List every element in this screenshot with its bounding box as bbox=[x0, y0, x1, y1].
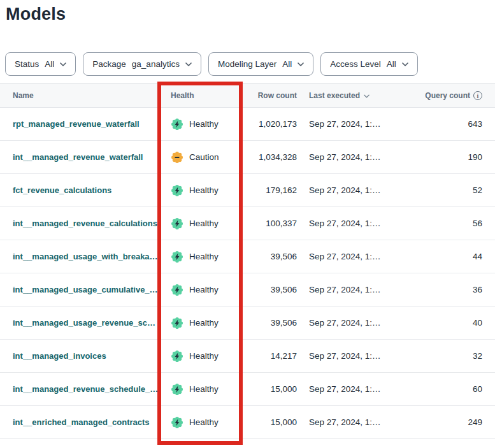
health-status-icon bbox=[171, 250, 183, 263]
last-executed: Sep 27, 2024, 1:… bbox=[297, 285, 399, 294]
last-executed: Sep 27, 2024, 1:… bbox=[297, 318, 399, 328]
filter-label: Package bbox=[92, 59, 126, 69]
health-cell: Healthy bbox=[168, 350, 243, 363]
query-count: 60 bbox=[399, 384, 495, 394]
sort-chevron-icon bbox=[364, 91, 369, 100]
table-row: int__managed_usage_with_breaka… Healthy … bbox=[0, 240, 495, 273]
health-cell: Healthy bbox=[168, 184, 243, 197]
query-count: 40 bbox=[399, 318, 495, 328]
column-header-row-count: Row count bbox=[243, 91, 297, 100]
query-count: 249 bbox=[399, 417, 495, 427]
table-row: fct_revenue_calculations Healthy 179,162… bbox=[0, 174, 495, 207]
filter-modeling-layer[interactable]: Modeling Layer All bbox=[208, 52, 313, 76]
table-row: int__managed_revenue_waterfall Caution 1… bbox=[0, 141, 495, 174]
models-page: Models Status All Package ga_analytics M… bbox=[0, 4, 495, 448]
row-count: 100,337 bbox=[243, 219, 297, 228]
table-row: int__managed_usage_revenue_sc… Healthy 3… bbox=[0, 307, 495, 340]
table-row: rpt_managed_revenue_waterfall Healthy 1,… bbox=[0, 108, 495, 141]
info-icon[interactable]: i bbox=[473, 91, 482, 100]
health-status-icon bbox=[171, 151, 183, 164]
health-status-icon bbox=[171, 317, 183, 329]
filter-value: ga_analytics bbox=[132, 59, 180, 69]
last-executed: Sep 27, 2024, 1:… bbox=[297, 252, 399, 261]
query-count: 36 bbox=[399, 285, 495, 294]
table-header: Name Health Row count Last executed Quer… bbox=[0, 83, 495, 108]
model-link[interactable]: int__managed_revenue_calculations bbox=[13, 219, 157, 228]
model-link[interactable]: rpt_managed_revenue_waterfall bbox=[13, 119, 140, 129]
row-count: 179,162 bbox=[243, 185, 297, 195]
column-header-health: Health bbox=[168, 91, 243, 100]
health-label: Healthy bbox=[189, 119, 219, 129]
table-row: int__managed_usage_cumulative_… Healthy … bbox=[0, 273, 495, 307]
chevron-down-icon bbox=[298, 62, 304, 66]
page-title: Models bbox=[6, 4, 495, 24]
last-executed: Sep 27, 2024, 1:… bbox=[297, 219, 399, 228]
health-label: Caution bbox=[189, 152, 219, 162]
query-count: 44 bbox=[399, 252, 495, 261]
health-status-icon bbox=[171, 217, 183, 230]
query-count: 190 bbox=[399, 152, 495, 162]
chevron-down-icon bbox=[402, 62, 408, 66]
model-link[interactable]: int__managed_revenue_schedule_… bbox=[13, 384, 158, 394]
last-executed: Sep 27, 2024, 1:… bbox=[297, 351, 399, 361]
health-cell: Healthy bbox=[168, 118, 243, 131]
chevron-down-icon bbox=[60, 62, 66, 66]
column-header-name: Name bbox=[0, 91, 168, 100]
health-cell: Healthy bbox=[168, 217, 243, 230]
filter-package[interactable]: Package ga_analytics bbox=[83, 52, 201, 76]
filter-access-level[interactable]: Access Level All bbox=[320, 52, 418, 76]
model-link[interactable]: int__managed_usage_cumulative_… bbox=[13, 285, 158, 294]
health-label: Healthy bbox=[189, 351, 219, 361]
row-count: 15,000 bbox=[243, 384, 297, 394]
row-count: 14,217 bbox=[243, 351, 297, 361]
model-link[interactable]: int__managed_revenue_waterfall bbox=[13, 152, 143, 162]
health-cell: Caution bbox=[168, 151, 243, 164]
column-header-label: Query count bbox=[425, 91, 470, 100]
health-status-icon bbox=[171, 350, 183, 363]
filter-value: All bbox=[282, 59, 292, 69]
model-link[interactable]: int__managed_invoices bbox=[13, 351, 106, 361]
health-cell: Healthy bbox=[168, 416, 243, 429]
table-row: int__managed_invoices Healthy 14,217 Sep… bbox=[0, 340, 495, 373]
row-count: 39,506 bbox=[243, 318, 297, 328]
model-link[interactable]: int__enriched_managed_contracts bbox=[13, 417, 150, 427]
table-row: int__managed_revenue_schedule_… Healthy … bbox=[0, 373, 495, 406]
health-cell: Healthy bbox=[168, 250, 243, 263]
health-label: Healthy bbox=[189, 285, 219, 294]
query-count: 56 bbox=[399, 219, 495, 228]
last-executed: Sep 27, 2024, 1:… bbox=[297, 152, 399, 162]
filter-label: Modeling Layer bbox=[218, 59, 276, 69]
model-link[interactable]: fct_revenue_calculations bbox=[13, 185, 111, 195]
health-label: Healthy bbox=[189, 384, 219, 394]
health-status-icon bbox=[171, 383, 183, 396]
health-status-icon bbox=[171, 118, 183, 131]
filter-label: Access Level bbox=[330, 59, 381, 69]
health-status-icon bbox=[171, 184, 183, 197]
health-cell: Healthy bbox=[168, 383, 243, 396]
last-executed: Sep 27, 2024, 1:… bbox=[297, 119, 399, 129]
row-count: 1,020,173 bbox=[243, 119, 297, 129]
filter-bar: Status All Package ga_analytics Modeling… bbox=[5, 52, 495, 76]
last-executed: Sep 27, 2024, 1:… bbox=[297, 417, 399, 427]
model-link[interactable]: int__managed_usage_revenue_sc… bbox=[13, 318, 155, 328]
models-table: Name Health Row count Last executed Quer… bbox=[0, 83, 495, 439]
table-row: int__managed_revenue_calculations Health… bbox=[0, 207, 495, 240]
filter-label: Status bbox=[15, 59, 39, 69]
health-status-icon bbox=[171, 284, 183, 296]
column-header-label: Last executed bbox=[309, 91, 360, 100]
row-count: 1,034,328 bbox=[243, 152, 297, 162]
column-header-query-count: Query count i bbox=[399, 91, 495, 100]
table-row: int__enriched_managed_contracts Healthy … bbox=[0, 406, 495, 439]
chevron-down-icon bbox=[185, 62, 192, 66]
column-header-last-executed[interactable]: Last executed bbox=[297, 91, 399, 100]
row-count: 15,000 bbox=[243, 417, 297, 427]
filter-value: All bbox=[387, 59, 396, 69]
filter-status[interactable]: Status All bbox=[5, 52, 76, 76]
health-cell: Healthy bbox=[168, 284, 243, 296]
query-count: 52 bbox=[399, 185, 495, 195]
model-link[interactable]: int__managed_usage_with_breaka… bbox=[13, 252, 158, 261]
query-count: 643 bbox=[399, 119, 495, 129]
health-status-icon bbox=[171, 416, 183, 429]
row-count: 39,506 bbox=[243, 285, 297, 294]
health-label: Healthy bbox=[189, 252, 219, 261]
